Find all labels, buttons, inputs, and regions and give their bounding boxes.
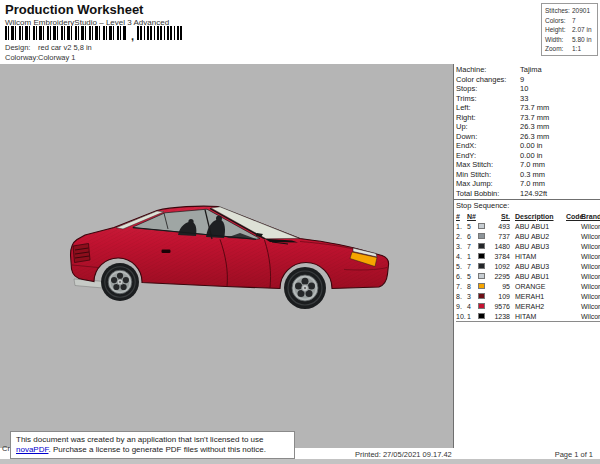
thread-color-cell — [478, 283, 489, 290]
machine-info-value: 33 — [520, 94, 528, 104]
machine-info-row: Stops:10 — [456, 84, 600, 94]
colorway-label: Colorway: — [5, 53, 38, 62]
printed-timestamp: Printed: 27/05/2021 09.17.42 — [355, 450, 452, 459]
stop-sequence-row: 1.5493ABU ABU1Wilcom — [456, 221, 600, 231]
stop-column-header: N# — [467, 213, 478, 220]
stop-sequence-row: 4.13784HITAMWilcom — [456, 251, 600, 261]
stop-sequence-row: 2.6737ABU ABU2Wilcom — [456, 231, 600, 241]
stop-index: 2. — [456, 233, 467, 240]
machine-info-label: Left: — [456, 103, 520, 113]
stop-sequence-row: 10.11238HITAMWilcom — [456, 311, 600, 321]
machine-info-row: Machine:Tajima — [456, 65, 600, 75]
machine-info-row: EndX:0.00 in — [456, 141, 600, 151]
summary-value: 2.07 in — [572, 25, 592, 35]
colorway-row: Colorway:Colorway 1 — [5, 53, 76, 62]
summary-label: Stitches: — [545, 6, 572, 16]
machine-info-value: 0.00 in — [520, 151, 543, 161]
thread-color-swatch — [478, 283, 485, 290]
stitch-count: 109 — [489, 293, 512, 300]
stitch-count: 3784 — [489, 253, 512, 260]
stop-column-header: Brand — [581, 213, 600, 220]
summary-row: Colors:7 — [545, 16, 597, 26]
notice-text-2: . — [48, 445, 50, 454]
summary-label: Width: — [545, 35, 572, 45]
front-wheel — [284, 267, 326, 309]
barcode-bars-right — [137, 26, 183, 40]
thread-color-cell — [478, 263, 489, 270]
stop-index: 9. — [456, 303, 467, 310]
license-notice: This document was created by an applicat… — [10, 431, 295, 459]
door-handle — [162, 250, 171, 254]
thread-color-cell — [478, 303, 489, 310]
stop-index: 10. — [456, 313, 467, 320]
machine-panel: Machine:TajimaColor changes:9Stops:10Tri… — [454, 64, 600, 448]
design-barcode: , — [5, 26, 183, 40]
machine-info-row: Color changes:9 — [456, 75, 600, 85]
thread-brand: Wilcom — [581, 233, 600, 240]
rear-wheel — [101, 263, 139, 301]
thread-color-cell — [478, 243, 489, 250]
colorway-value: Colorway 1 — [38, 53, 76, 62]
stitch-count: 1092 — [489, 263, 512, 270]
summary-value: 20901 — [572, 6, 590, 16]
thread-color-swatch — [478, 293, 485, 300]
thread-brand: Wilcom — [581, 253, 600, 260]
stop-column-header: St. — [489, 213, 512, 220]
stop-column-header: Code — [565, 213, 581, 220]
tail-light — [73, 244, 90, 263]
machine-info-row: Left:73.7 mm — [456, 103, 600, 113]
thread-description: ABU ABU3 — [512, 263, 565, 270]
machine-info-row: Right:73.7 mm — [456, 113, 600, 123]
thread-description: ABU ABU2 — [512, 233, 565, 240]
barcode-bars-left — [5, 26, 127, 40]
machine-info-label: Max Stitch: — [456, 160, 520, 170]
stitch-count: 737 — [489, 233, 512, 240]
stop-sequence-row: 6.52295ABU ABU1Wilcom — [456, 271, 600, 281]
machine-info-value: 73.7 mm — [520, 113, 549, 123]
thread-description: MERAH1 — [512, 293, 565, 300]
thread-color-cell — [478, 233, 489, 240]
machine-info-label: EndX: — [456, 141, 520, 151]
needle-number: 5 — [467, 223, 478, 230]
design-label: Design: — [5, 43, 38, 52]
thread-color-cell — [478, 223, 489, 230]
machine-info-label: Color changes: — [456, 75, 520, 85]
machine-info-label: Min Stitch: — [456, 170, 520, 180]
page-edge-strip — [0, 459, 600, 464]
summary-value: 7 — [572, 16, 576, 26]
stitch-count: 1480 — [489, 243, 512, 250]
thread-color-cell — [478, 253, 489, 260]
summary-row: Height:2.07 in — [545, 25, 597, 35]
stop-sequence-section: Stop Sequence: #N#St.DescriptionCodeBran… — [454, 199, 600, 322]
stitch-count: 2295 — [489, 273, 512, 280]
summary-label: Colors: — [545, 16, 572, 26]
machine-info-row: Up:26.3 mm — [456, 122, 600, 132]
thread-color-swatch — [478, 263, 485, 270]
stop-index: 4. — [456, 253, 467, 260]
stitch-count: 9576 — [489, 303, 512, 310]
thread-brand: Wilcom — [581, 313, 600, 320]
thread-description: HITAM — [512, 313, 565, 320]
thread-description: ORANGE — [512, 283, 565, 290]
page-number: Page 1 of 1 — [555, 450, 593, 459]
stitch-count: 1238 — [489, 313, 512, 320]
machine-info-value: 10 — [520, 84, 528, 94]
thread-description: ABU ABU1 — [512, 273, 565, 280]
machine-info-value: 7.0 mm — [520, 160, 545, 170]
summary-row: Zoom:1:1 — [545, 44, 597, 54]
machine-info-row: Down:26.3 mm — [456, 132, 600, 142]
thread-brand: Wilcom — [581, 243, 600, 250]
machine-info-label: Right: — [456, 113, 520, 123]
summary-label: Zoom: — [545, 44, 572, 54]
design-summary-box: Stitches:20901Colors:7Height:2.07 inWidt… — [541, 3, 598, 56]
novapdf-link[interactable]: novaPDF — [16, 445, 48, 454]
stop-index: 7. — [456, 283, 467, 290]
thread-color-swatch — [478, 303, 485, 310]
summary-value: 1:1 — [572, 44, 581, 54]
machine-info-value: 0.3 mm — [520, 170, 545, 180]
thread-brand: Wilcom — [581, 223, 600, 230]
machine-info-label: Total Bobbin: — [456, 189, 520, 199]
machine-info-value: 26.3 mm — [520, 132, 549, 142]
stop-sequence-rows: 1.5493ABU ABU1Wilcom2.6737ABU ABU2Wilcom… — [456, 221, 600, 321]
machine-info-label: Stops: — [456, 84, 520, 94]
